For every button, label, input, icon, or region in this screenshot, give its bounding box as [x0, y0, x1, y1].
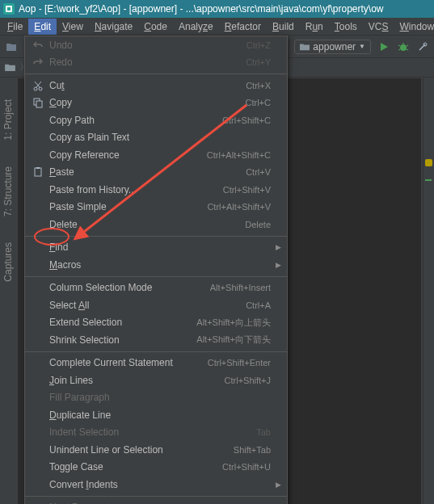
menu-item-paste[interactable]: PasteCtrl+V — [25, 164, 287, 182]
svg-rect-8 — [36, 167, 40, 169]
menu-item-label: Complete Current Statement — [49, 357, 208, 368]
menu-item-label: Find — [49, 242, 271, 253]
menu-item-copy-as-plain-text[interactable]: Copy as Plain Text — [25, 129, 287, 147]
menu-item-join-lines[interactable]: Join LinesCtrl+Shift+J — [25, 372, 287, 389]
menu-item-shortcut: Alt+Shift+Insert — [210, 283, 271, 292]
menu-analyze[interactable]: Analyze — [173, 19, 219, 35]
menu-item-label: Copy Path — [49, 115, 222, 126]
side-tab-captures[interactable]: Captures — [1, 237, 15, 287]
menu-separator — [25, 276, 287, 277]
menu-item-shortcut: Ctrl+Shift+C — [222, 116, 271, 125]
menu-item-duplicate-line[interactable]: Duplicate Line — [25, 406, 287, 424]
right-gutter — [423, 78, 434, 504]
menu-item-label: Extend Selection — [49, 317, 196, 328]
menu-item-label: Join Lines — [49, 375, 225, 386]
menu-item-label: Delete — [49, 219, 245, 230]
attach-icon[interactable] — [416, 40, 429, 53]
menu-code[interactable]: Code — [138, 19, 173, 35]
menu-item-label: Paste from History... — [49, 184, 223, 195]
menu-item-shrink-selection[interactable]: Shrink SelectionAlt+Shift+向下箭头 — [25, 331, 287, 349]
menu-item-shortcut: Ctrl+Shift+Enter — [208, 358, 271, 368]
gutter-mark[interactable] — [425, 179, 432, 181]
menu-item-complete-current-statement[interactable]: Complete Current StatementCtrl+Shift+Ent… — [25, 355, 287, 372]
menu-item-fill-paragraph: Fill Paragraph — [25, 389, 287, 407]
menu-item-delete[interactable]: DeleteDelete — [25, 216, 287, 233]
menu-item-copy[interactable]: CopyCtrl+C — [25, 94, 287, 112]
menu-build[interactable]: Build — [267, 19, 300, 35]
submenu-arrow-icon: ▶ — [276, 481, 281, 489]
menu-item-label: Paste Simple — [49, 201, 207, 212]
dropdown-arrow-icon: ▼ — [359, 43, 365, 50]
menu-item-paste-from-history-[interactable]: Paste from History...Ctrl+Shift+V — [25, 181, 287, 199]
menu-item-label: Copy as Plain Text — [49, 132, 271, 143]
menu-vcs[interactable]: VCS — [363, 19, 394, 35]
menu-item-shortcut: Alt+Shift+向上箭头 — [196, 317, 271, 329]
folder-icon — [5, 63, 15, 72]
menu-item-shortcut: Ctrl+A — [246, 300, 271, 310]
side-tabs: 1: Project 7: Structure Captures — [0, 78, 16, 286]
menu-item-select-all[interactable]: Select AllCtrl+A — [25, 296, 287, 314]
menu-item-shortcut: Ctrl+X — [246, 81, 271, 90]
open-icon[interactable] — [5, 40, 18, 53]
menu-item-shortcut: Alt+Shift+向下箭头 — [196, 334, 271, 346]
menu-window[interactable]: Window — [394, 19, 434, 35]
svg-point-4 — [39, 87, 42, 90]
menu-item-indent-selection: Indent SelectionTab — [25, 424, 287, 442]
menu-item-copy-path[interactable]: Copy PathCtrl+Shift+C — [25, 111, 287, 129]
menu-item-shortcut: Delete — [245, 220, 271, 229]
menu-item-label: Column Selection Mode — [49, 282, 210, 293]
menu-item-shortcut: Tab — [256, 427, 271, 437]
menu-item-redo: RedoCtrl+Y — [25, 54, 287, 72]
menu-item-shortcut: Ctrl+Z — [246, 40, 271, 50]
run-icon[interactable] — [377, 40, 390, 53]
submenu-arrow-icon: ▶ — [276, 243, 281, 251]
menu-navigate[interactable]: Navigate — [89, 19, 138, 35]
menu-file[interactable]: File — [2, 19, 28, 35]
menu-item-label: Duplicate Line — [49, 410, 271, 421]
menu-item-toggle-case[interactable]: Toggle CaseCtrl+Shift+U — [25, 459, 287, 477]
menu-item-label: Undo — [49, 40, 246, 51]
menu-tools[interactable]: Tools — [329, 19, 363, 35]
side-tab-structure[interactable]: 7: Structure — [1, 162, 15, 221]
run-config-selector[interactable]: appowner ▼ — [294, 40, 371, 54]
menu-item-extend-selection[interactable]: Extend SelectionAlt+Shift+向上箭头 — [25, 314, 287, 332]
menu-item-next-parameter: Next ParameterTab — [25, 499, 287, 505]
menu-item-label: Copy Reference — [49, 149, 207, 161]
app-icon — [3, 3, 15, 15]
menu-item-find[interactable]: Find▶ — [25, 239, 287, 257]
menu-item-shortcut: Ctrl+Y — [246, 57, 271, 67]
menu-item-label: Cut — [49, 80, 246, 91]
menu-item-label: Select All — [49, 300, 246, 311]
svg-point-3 — [34, 87, 37, 90]
menu-item-convert-indents[interactable]: Convert Indents▶ — [25, 476, 287, 494]
menu-view[interactable]: View — [57, 19, 89, 35]
menu-item-shortcut: Ctrl+V — [246, 167, 271, 177]
warning-marker[interactable] — [425, 159, 432, 166]
undo-icon — [32, 40, 44, 51]
cut-icon — [32, 80, 44, 91]
edit-menu-dropdown: UndoCtrl+ZRedoCtrl+YCutCtrl+XCopyCtrl+CC… — [24, 36, 288, 504]
menu-separator — [25, 74, 287, 74]
submenu-arrow-icon: ▶ — [276, 261, 281, 269]
menu-item-cut[interactable]: CutCtrl+X — [25, 77, 287, 94]
menu-separator — [25, 496, 287, 497]
menu-item-column-selection-mode[interactable]: Column Selection ModeAlt+Shift+Insert — [25, 279, 287, 297]
menu-refactor[interactable]: Refactor — [219, 19, 267, 35]
menu-separator — [25, 351, 287, 352]
menu-item-macros[interactable]: Macros▶ — [25, 256, 287, 274]
title-bar: Aop - [E:\work_yf2\Aop] - [appowner] - .… — [0, 0, 434, 18]
paste-icon — [32, 166, 44, 178]
menu-item-label: Toggle Case — [49, 461, 222, 472]
menu-item-copy-reference[interactable]: Copy ReferenceCtrl+Alt+Shift+C — [25, 146, 287, 164]
crumb-item[interactable] — [5, 63, 15, 72]
menu-item-paste-simple[interactable]: Paste SimpleCtrl+Alt+Shift+V — [25, 199, 287, 216]
menu-item-shortcut: Ctrl+Shift+J — [225, 376, 271, 385]
menu-item-label: Redo — [49, 57, 246, 68]
menu-item-unindent-line-or-selection[interactable]: Unindent Line or SelectionShift+Tab — [25, 441, 287, 459]
side-tab-project[interactable]: 1: Project — [1, 94, 15, 145]
menu-edit[interactable]: Edit — [28, 19, 57, 35]
folder-icon — [300, 42, 310, 52]
menu-run[interactable]: Run — [300, 19, 329, 35]
debug-icon[interactable] — [397, 40, 410, 53]
menu-item-label: Indent Selection — [49, 426, 256, 438]
